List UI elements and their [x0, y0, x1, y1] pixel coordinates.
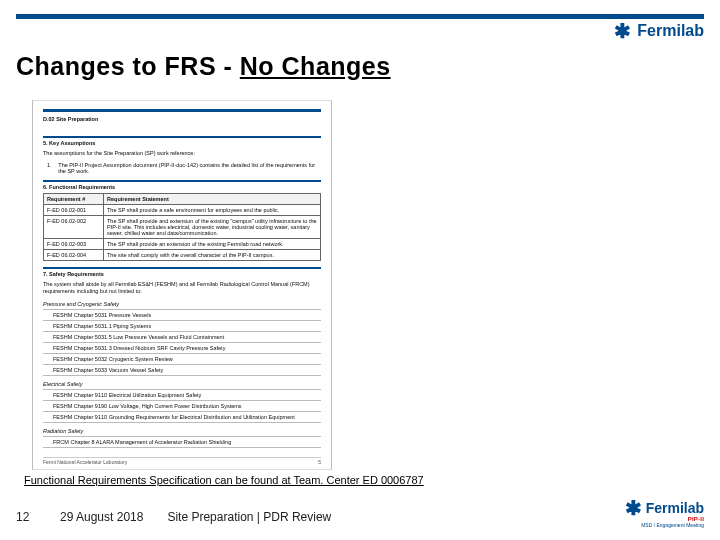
sub-brand-tagline: MSD / Engagement Meeting — [625, 522, 704, 528]
list-item: FESHM Chapter 5032 Cryogenic System Revi… — [43, 353, 321, 364]
list-item: FESHM Chapter 5031 Pressure Vessels — [43, 309, 321, 320]
table-row: F-ED 06.02-001The SP shall provide a saf… — [44, 204, 321, 215]
slide-title: Changes to FRS - No Changes — [16, 52, 391, 81]
footer-context: Site Preparation | PDR Review — [167, 510, 331, 524]
list-item: FESHM Chapter 9110 Electrical Utilizatio… — [43, 389, 321, 400]
subhead-electrical: Electrical Safety — [43, 381, 321, 387]
embedded-document-thumbnail: D.02 Site Preparation 5. Key Assumptions… — [32, 100, 332, 470]
list-item: FESHM Chapter 5031.3 Dressed Niobium SRF… — [43, 342, 321, 353]
list-item: FESHM Chapter 5033 Vacuum Vessel Safety — [43, 364, 321, 376]
list-text: The PIP-II Project Assumption document (… — [58, 162, 321, 174]
top-accent-bar — [16, 14, 704, 19]
subhead-pressure: Pressure and Cryogenic Safety — [43, 301, 321, 307]
table-row: F-ED 06.02-004The site shall comply with… — [44, 249, 321, 260]
section-6-heading: 6. Functional Requirements — [43, 180, 321, 190]
pressure-list: FESHM Chapter 5031 Pressure Vessels FESH… — [43, 309, 321, 376]
list-number: 1. — [47, 162, 54, 174]
radiation-list: FRCM Chapter 8 ALARA Management of Accel… — [43, 436, 321, 448]
requirements-table: Requirement # Requirement Statement F-ED… — [43, 193, 321, 261]
footer-date: 29 August 2018 — [60, 510, 143, 524]
section-5-heading: 5. Key Assumptions — [43, 136, 321, 146]
slide-footer: 12 29 August 2018 Site Preparation | PDR… — [16, 510, 331, 524]
doc-code: D.02 Site Preparation — [43, 116, 321, 122]
brand-logo-bottom: ✱ Fermilab PIP-II MSD / Engagement Meeti… — [625, 500, 704, 528]
list-item: FESHM Chapter 5031.5 Low Pressure Vessel… — [43, 331, 321, 342]
table-header-row: Requirement # Requirement Statement — [44, 193, 321, 204]
title-prefix: Changes to FRS - — [16, 52, 240, 80]
page-number: 12 — [16, 510, 36, 524]
list-item: FESHM Chapter 9110 Grounding Requirement… — [43, 411, 321, 423]
section-7-para: The system shall abide by all Fermilab E… — [43, 281, 321, 296]
section-5-item-1: 1. The PIP-II Project Assumption documen… — [47, 162, 321, 174]
brand-name-bottom: Fermilab — [646, 500, 704, 516]
frs-location-note: Functional Requirements Specification ca… — [24, 474, 424, 486]
section-7-heading: 7. Safety Requirements — [43, 267, 321, 277]
subhead-radiation: Radiation Safety — [43, 428, 321, 434]
doc-footer-page: 5 — [318, 459, 321, 465]
slide: ✱ Fermilab Changes to FRS - No Changes D… — [0, 0, 720, 540]
list-item: FESHM Chapter 9190 Low Voltage, High Cur… — [43, 400, 321, 411]
table-row: F-ED 06.02-002The SP shall provide and e… — [44, 215, 321, 238]
brand-name: Fermilab — [637, 22, 704, 40]
doc-footer-left: Fermi National Accelerator Laboratory — [43, 459, 127, 465]
list-item: FRCM Chapter 8 ALARA Management of Accel… — [43, 436, 321, 448]
doc-footer: Fermi National Accelerator Laboratory 5 — [43, 457, 321, 465]
col-header-req-num: Requirement # — [44, 193, 104, 204]
col-header-req-stmt: Requirement Statement — [104, 193, 321, 204]
list-item: FESHM Chapter 5031.1 Piping Systems — [43, 320, 321, 331]
electrical-list: FESHM Chapter 9110 Electrical Utilizatio… — [43, 389, 321, 423]
section-5-para: The assumptions for the Site Preparation… — [43, 150, 321, 158]
title-emph: No Changes — [240, 52, 391, 80]
table-row: F-ED 06.02-003The SP shall provide an ex… — [44, 238, 321, 249]
doc-accent-bar — [43, 109, 321, 112]
brand-logo-top: ✱ Fermilab — [614, 22, 704, 40]
